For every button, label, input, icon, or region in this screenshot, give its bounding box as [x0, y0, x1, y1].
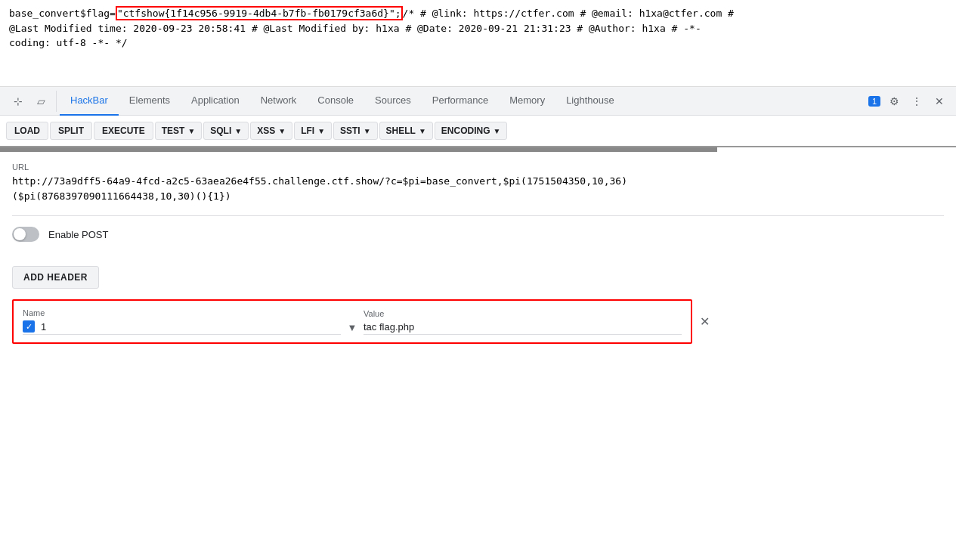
tab-console[interactable]: Console — [307, 87, 364, 116]
header-dropdown-col: ▼ — [341, 322, 364, 335]
source-area: base_convert$flag="ctfshow{1f14c956-9919… — [0, 0, 956, 87]
xss-dropdown[interactable]: XSS ▼ — [250, 122, 292, 140]
tab-performance[interactable]: Performance — [422, 87, 499, 116]
tab-hackbar[interactable]: HackBar — [60, 87, 119, 116]
url-divider — [12, 215, 944, 216]
url-value: http://73a9dff5-64a9-4fcd-a2c5-63aea26e4… — [12, 174, 944, 203]
encoding-dropdown[interactable]: ENCODING ▼ — [435, 122, 508, 140]
url-line2: ($pi(8768397090111664438,10,30)(){1}) — [12, 190, 231, 202]
encoding-dropdown-arrow: ▼ — [493, 127, 501, 135]
header-value-value[interactable]: tac flag.php — [364, 321, 414, 333]
header-name-inner: ✓ 1 — [23, 320, 341, 333]
source-highlight: "ctfshow{1f14c956-9919-4db4-b7fb-fb0179c… — [116, 6, 403, 20]
header-name-label: Name — [23, 308, 341, 317]
sqli-dropdown-arrow: ▼ — [234, 127, 242, 135]
more-icon[interactable]: ⋮ — [906, 91, 927, 112]
tab-sources[interactable]: Sources — [364, 87, 422, 116]
source-line1-post: /* # @link: https://ctfer.com # @email: … — [403, 8, 734, 19]
devtools-icon-group: ⊹ ▱ — [3, 91, 57, 112]
tab-network[interactable]: Network — [250, 87, 308, 116]
inspect-icon[interactable]: ▱ — [30, 91, 51, 112]
lfi-dropdown[interactable]: LFI ▼ — [294, 122, 332, 140]
main-content: URL http://73a9dff5-64a9-4fcd-a2c5-63aea… — [0, 152, 956, 354]
toggle-knob — [14, 228, 26, 240]
header-row-container: Name ✓ 1 ▼ Value tac flag.php ✕ — [12, 299, 692, 344]
enable-post-label: Enable POST — [48, 229, 109, 240]
header-name-input-row: ✓ 1 — [23, 320, 341, 335]
enable-post-toggle[interactable] — [12, 227, 39, 242]
load-button[interactable]: LOAD — [6, 122, 48, 140]
header-dropdown-arrow[interactable]: ▼ — [348, 322, 357, 333]
header-checkbox[interactable]: ✓ — [23, 320, 35, 333]
url-label: URL — [12, 162, 944, 172]
test-dropdown-arrow: ▼ — [187, 127, 195, 135]
tab-memory[interactable]: Memory — [499, 87, 555, 116]
ssti-dropdown[interactable]: SSTI ▼ — [333, 122, 378, 140]
shell-dropdown[interactable]: SHELL ▼ — [379, 122, 433, 140]
source-line3: coding: utf-8 -*- */ — [9, 37, 128, 48]
shell-dropdown-arrow: ▼ — [419, 127, 426, 135]
tab-application[interactable]: Application — [181, 87, 250, 116]
tab-lighthouse[interactable]: Lighthouse — [555, 87, 625, 116]
lfi-dropdown-arrow: ▼ — [317, 127, 325, 135]
add-header-button[interactable]: ADD HEADER — [12, 266, 99, 289]
ssti-dropdown-arrow: ▼ — [364, 127, 371, 135]
close-devtools-icon[interactable]: ✕ — [929, 91, 950, 112]
header-value-col: Value tac flag.php — [364, 309, 682, 335]
devtools-right-icons: 1 ⚙ ⋮ ✕ — [865, 91, 953, 112]
url-line1: http://73a9dff5-64a9-4fcd-a2c5-63aea26e4… — [12, 175, 627, 187]
test-dropdown[interactable]: TEST ▼ — [155, 122, 203, 140]
header-value-label: Value — [364, 309, 682, 318]
devtools-toolbar: ⊹ ▱ HackBar Elements Application Network… — [0, 87, 956, 116]
cursor-icon[interactable]: ⊹ — [8, 91, 29, 112]
enable-post-row: Enable POST — [12, 227, 944, 242]
source-line2: @Last Modified time: 2020-09-23 20:58:41… — [9, 23, 701, 34]
header-name-value[interactable]: 1 — [41, 321, 341, 333]
url-section: URL http://73a9dff5-64a9-4fcd-a2c5-63aea… — [12, 162, 944, 203]
hackbar-toolbar: LOAD SPLIT EXECUTE TEST ▼ SQLI ▼ XSS ▼ L… — [0, 116, 956, 147]
tab-elements[interactable]: Elements — [119, 87, 181, 116]
header-name-col: Name ✓ 1 — [23, 308, 341, 335]
xss-dropdown-arrow: ▼ — [278, 127, 286, 135]
source-line1-pre: base_convert$flag= — [9, 8, 116, 19]
settings-icon[interactable]: ⚙ — [883, 91, 905, 112]
sqli-dropdown[interactable]: SQLI ▼ — [203, 122, 249, 140]
header-value-input-row: tac flag.php — [364, 321, 682, 335]
split-button[interactable]: SPLIT — [50, 122, 92, 140]
notification-badge: 1 — [868, 96, 880, 107]
execute-button[interactable]: EXECUTE — [94, 122, 153, 140]
devtools-tabs: HackBar Elements Application Network Con… — [60, 87, 865, 115]
header-row-close[interactable]: ✕ — [697, 314, 712, 330]
